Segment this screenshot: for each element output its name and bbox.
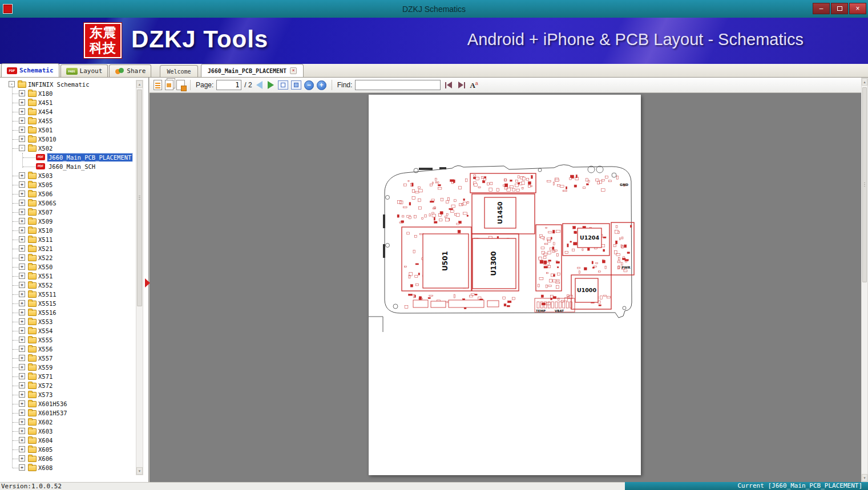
next-page-icon[interactable] (268, 81, 274, 89)
expand-icon[interactable]: + (19, 200, 25, 206)
tree-item-label[interactable]: X557 (37, 354, 54, 362)
tree-item-label[interactable]: X505 (37, 181, 54, 189)
tree-item-X601H537[interactable]: +X601H537 (0, 408, 135, 418)
expand-icon[interactable]: + (19, 391, 25, 398)
tree-item-X559[interactable]: +X559 (0, 363, 135, 372)
match-case-icon[interactable]: Aa (470, 80, 478, 90)
expand-icon[interactable]: + (19, 410, 25, 416)
zoom-in-button[interactable]: + (317, 80, 326, 90)
tree-item-X502[interactable]: -X502 (0, 144, 135, 153)
expand-icon[interactable]: + (19, 364, 25, 370)
expand-icon[interactable]: + (19, 172, 25, 179)
tree-item-label[interactable]: X502 (37, 144, 54, 152)
tree-item-X573[interactable]: +X573 (0, 390, 135, 399)
expand-icon[interactable]: + (19, 464, 25, 471)
expand-icon[interactable]: + (19, 273, 25, 279)
expand-icon[interactable]: + (19, 99, 25, 106)
tree-item-label[interactable]: X5515 (37, 299, 58, 307)
tree-item-X505[interactable]: +X505 (0, 180, 135, 189)
tree-item-X554[interactable]: +X554 (0, 326, 135, 335)
document-icon[interactable] (154, 80, 162, 90)
tree-item-X5010[interactable]: +X5010 (0, 135, 135, 144)
tree-item-label[interactable]: X601H536 (37, 400, 68, 408)
expand-icon[interactable]: + (19, 309, 25, 315)
tree-item-X454[interactable]: +X454 (0, 107, 135, 116)
find-next-icon[interactable] (458, 82, 465, 88)
tree-item-X605[interactable]: +X605 (0, 445, 135, 454)
tree-item-label[interactable]: X601H537 (37, 409, 68, 417)
tab-share[interactable]: Share (109, 64, 151, 77)
tree-root[interactable]: -INFINIX Schematic (0, 80, 135, 89)
tree-item-X601H536[interactable]: +X601H536 (0, 399, 135, 408)
collapse-icon[interactable]: - (9, 81, 15, 87)
tree-item-X507[interactable]: +X507 (0, 208, 135, 217)
copy-document-icon[interactable] (165, 80, 173, 90)
tree-item-label[interactable]: X503 (37, 172, 54, 180)
expand-icon[interactable]: + (19, 181, 25, 188)
tree-item-X5511[interactable]: +X5511 (0, 290, 135, 299)
scroll-down-icon[interactable]: ▼ (862, 474, 867, 481)
tree-item-label[interactable]: X501 (37, 126, 54, 134)
scrollbar-thumb[interactable] (862, 87, 867, 282)
expand-icon[interactable]: + (19, 245, 25, 252)
tree-item-label[interactable]: X511 (37, 236, 54, 244)
expand-icon[interactable]: + (19, 419, 25, 425)
collapse-sidebar-arrow-icon[interactable] (145, 278, 150, 287)
tree-item-label[interactable]: X5516 (37, 309, 58, 317)
tree-item-X5516[interactable]: +X5516 (0, 308, 135, 317)
expand-icon[interactable]: + (19, 428, 25, 434)
tree-item-X552[interactable]: +X552 (0, 281, 135, 290)
tree-item-X602[interactable]: +X602 (0, 418, 135, 427)
sidebar-scrollbar[interactable]: ▲ ▼ (136, 80, 143, 475)
expand-icon[interactable]: + (19, 300, 25, 306)
expand-icon[interactable]: + (19, 118, 25, 124)
tree-item-label[interactable]: X454 (37, 108, 54, 116)
tree-item-X506S[interactable]: +X506S (0, 199, 135, 208)
tree-item-X571[interactable]: +X571 (0, 372, 135, 381)
tree-item-X572[interactable]: +X572 (0, 381, 135, 390)
tree-item-label[interactable]: X551 (37, 272, 54, 280)
expand-icon[interactable]: + (19, 282, 25, 288)
tree-item-label[interactable]: X605 (37, 446, 54, 453)
expand-icon[interactable]: + (19, 209, 25, 215)
viewer-scrollbar[interactable]: ▲ ▼ (861, 78, 868, 482)
tree-item-label[interactable]: X451 (37, 99, 54, 107)
tree-item-label[interactable]: X604 (37, 436, 54, 444)
tree-item-X511[interactable]: +X511 (0, 235, 135, 244)
tree-item-label[interactable]: X5010 (37, 135, 58, 143)
close-tab-icon[interactable]: × (290, 67, 297, 74)
expand-icon[interactable]: + (19, 437, 25, 443)
tree-item-X604[interactable]: +X604 (0, 436, 135, 445)
snapshot-document-icon[interactable] (176, 80, 185, 90)
page-number-input[interactable] (216, 80, 241, 90)
expand-icon[interactable]: + (19, 218, 25, 224)
tree-item-X180[interactable]: +X180 (0, 89, 135, 98)
tree-item-label[interactable]: X180 (37, 90, 54, 98)
find-previous-icon[interactable] (445, 82, 452, 88)
tree-item-J660_Main_SCH[interactable]: PDFJ660_Main_SCH (0, 162, 135, 171)
tree-item-label[interactable]: X559 (37, 363, 54, 371)
expand-icon[interactable]: + (19, 227, 25, 233)
tree-item-X606[interactable]: +X606 (0, 454, 135, 463)
expand-icon[interactable]: + (19, 264, 25, 270)
expand-icon[interactable]: + (19, 127, 25, 133)
tree-item-X556[interactable]: +X556 (0, 345, 135, 354)
tree-item-label[interactable]: X606 (37, 455, 54, 463)
expand-icon[interactable]: + (19, 446, 25, 452)
scroll-down-icon[interactable]: ▼ (136, 467, 143, 475)
pdf-page[interactable]: U501U1300U1450U1204U1000GNDPWRTEMPVBAT (369, 95, 641, 475)
expand-icon[interactable]: + (19, 291, 25, 297)
expand-icon[interactable]: + (19, 318, 25, 325)
doc-tab-welcome[interactable]: Welcome (160, 65, 197, 77)
scrollbar-thumb[interactable] (137, 90, 142, 306)
tree-item-label[interactable]: X556 (37, 345, 54, 353)
tree-item-X509[interactable]: +X509 (0, 217, 135, 226)
scroll-up-icon[interactable]: ▲ (136, 80, 143, 88)
tree-item-label[interactable]: X571 (37, 372, 54, 380)
find-input[interactable] (355, 80, 441, 90)
collapse-icon[interactable]: - (19, 145, 25, 151)
tree-item-X553[interactable]: +X553 (0, 317, 135, 326)
tree-item-X522[interactable]: +X522 (0, 253, 135, 262)
expand-icon[interactable]: + (19, 108, 25, 115)
expand-icon[interactable]: + (19, 346, 25, 352)
